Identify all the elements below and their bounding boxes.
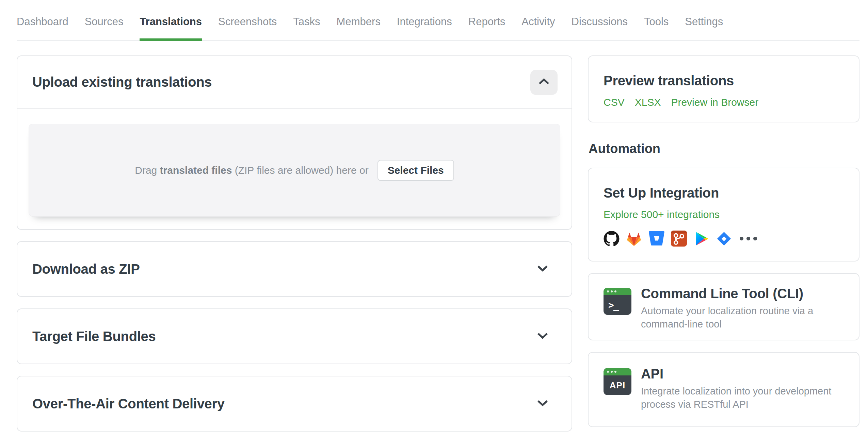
google-play-icon[interactable] [693,231,709,247]
tab-members[interactable]: Members [337,3,381,40]
api-card[interactable]: API API Integrate localization into your… [588,352,859,427]
set-up-integration-card: Set Up Integration Explore 500+ integrat… [588,168,859,262]
tab-activity[interactable]: Activity [521,3,555,40]
cli-card-description: Automate your localization routine via a… [641,304,844,331]
main-column: Upload existing translations Drag transl… [17,55,572,438]
tab-tools[interactable]: Tools [644,3,669,40]
sidebar: Preview translations CSV XLSX Preview in… [588,55,859,438]
tab-sources[interactable]: Sources [85,3,124,40]
git-icon-lid [671,231,687,233]
select-files-button[interactable]: Select Files [377,160,454,181]
chevron-down-icon[interactable] [537,400,548,408]
collapse-upload-button[interactable] [530,70,558,95]
api-card-description: Integrate localization into your develop… [641,385,844,411]
tab-tasks[interactable]: Tasks [293,3,320,40]
xlsx-link[interactable]: XLSX [635,97,661,108]
ota-content-delivery-title: Over-The-Air Content Delivery [32,396,537,411]
preview-translations-title: Preview translations [604,73,844,88]
chevron-down-icon[interactable] [537,265,548,273]
terminal-prompt-label: >_ [604,295,631,315]
chevron-up-icon [538,78,550,86]
upload-card-title: Upload existing translations [32,74,530,90]
automation-heading: Automation [589,141,859,156]
github-icon[interactable] [604,231,620,247]
cli-card-text: Command Line Tool (CLI) Automate your lo… [641,286,844,331]
tab-reports[interactable]: Reports [468,3,505,40]
explore-integrations-link[interactable]: Explore 500+ integrations [604,209,720,220]
dropzone-instructions: Drag translated files (ZIP files are all… [135,165,368,176]
api-card-text: API Integrate localization into your dev… [641,366,844,411]
tab-discussions[interactable]: Discussions [572,3,628,40]
project-nav: Dashboard Sources Translations Screensho… [17,0,859,41]
tab-screenshots[interactable]: Screenshots [218,3,277,40]
tab-settings[interactable]: Settings [685,3,723,40]
cli-card-title: Command Line Tool (CLI) [641,286,844,301]
cli-card[interactable]: >_ Command Line Tool (CLI) Automate your… [588,273,859,340]
file-dropzone[interactable]: Drag translated files (ZIP files are all… [29,124,560,217]
upload-card-header: Upload existing translations [17,56,572,109]
preview-in-browser-link[interactable]: Preview in Browser [671,97,758,108]
set-up-integration-title: Set Up Integration [604,185,844,201]
integration-icons-row [604,231,844,247]
tab-dashboard[interactable]: Dashboard [17,3,68,40]
preview-translations-card: Preview translations CSV XLSX Preview in… [588,55,859,122]
more-integrations-icon[interactable] [738,231,758,247]
terminal-icon: >_ [604,288,631,315]
tab-translations[interactable]: Translations [140,3,202,40]
target-file-bundles-card[interactable]: Target File Bundles [17,308,572,364]
tab-integrations[interactable]: Integrations [397,3,452,40]
bitbucket-icon[interactable] [648,231,664,247]
target-file-bundles-title: Target File Bundles [32,329,537,344]
api-card-title: API [641,366,844,381]
jira-icon[interactable] [716,231,732,247]
preview-links-row: CSV XLSX Preview in Browser [604,97,844,108]
over-the-air-content-delivery-card[interactable]: Over-The-Air Content Delivery [17,376,572,432]
upload-card-body: Drag translated files (ZIP files are all… [17,109,572,229]
api-icon-label: API [604,375,631,395]
chevron-down-icon[interactable] [537,332,548,340]
api-icon: API [604,368,631,395]
download-as-zip-card[interactable]: Download as ZIP [17,241,572,297]
download-as-zip-title: Download as ZIP [32,262,537,277]
gitlab-icon[interactable] [626,231,642,247]
upload-existing-translations-card: Upload existing translations Drag transl… [17,55,572,230]
git-icon[interactable] [671,231,687,247]
csv-link[interactable]: CSV [604,97,625,108]
